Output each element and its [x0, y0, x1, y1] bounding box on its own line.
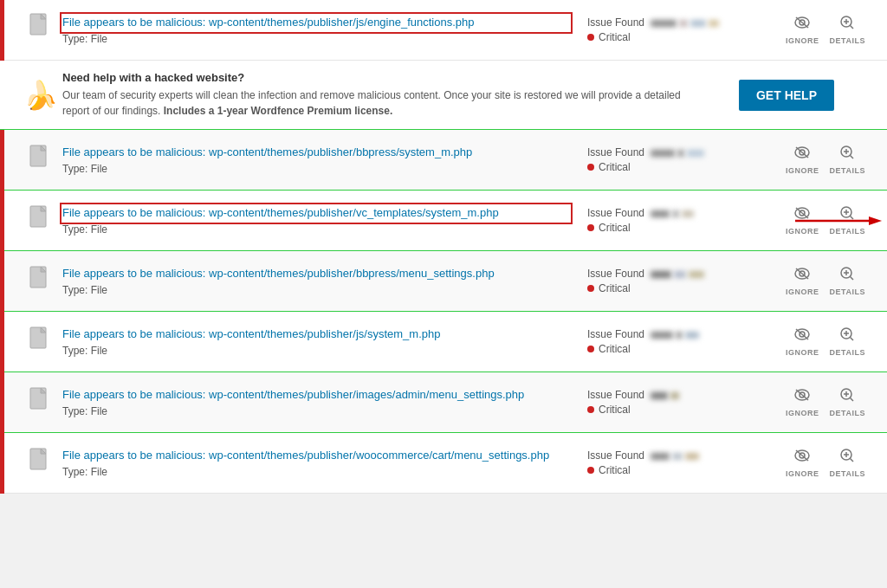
scan-row-4: File appears to be malicious: wp-content… [0, 251, 887, 312]
details-label-3: DETAILS [830, 227, 865, 236]
actions-col-3: IGNoRE DETAILS [778, 205, 873, 236]
details-button-1[interactable]: DETAILS [830, 15, 865, 45]
blur-bar-2b [677, 150, 684, 157]
ignore-icon-6 [793, 387, 811, 407]
scan-row-1: File appears to be malicious: wp-content… [0, 0, 887, 61]
file-type-5: Type: File [62, 345, 570, 357]
details-icon-1 [839, 15, 855, 35]
blur-bar-5a [651, 332, 673, 339]
file-icon-2 [29, 145, 53, 175]
file-icon-3 [29, 205, 53, 236]
file-icon-col-2 [19, 145, 62, 175]
file-info-col-4: File appears to be malicious: wp-content… [62, 266, 587, 295]
file-icon-4 [29, 266, 53, 296]
ignore-button-6[interactable]: IGNORE [786, 387, 819, 417]
blur-bar-1b [679, 20, 688, 27]
scan-row-3: File appears to be malicious: wp-content… [0, 191, 887, 251]
scan-row-wrapper-3: File appears to be malicious: wp-content… [0, 191, 887, 251]
details-icon-7 [839, 448, 855, 468]
file-path-6[interactable]: File appears to be malicious: wp-content… [62, 387, 570, 403]
file-icon-5 [29, 326, 53, 357]
svg-line-31 [851, 277, 854, 281]
ignore-button-3[interactable]: IGNoRE [786, 205, 819, 236]
details-label-7: DETAILS [830, 469, 865, 478]
details-button-3[interactable]: DETAILS [830, 205, 865, 236]
file-path-3[interactable]: File appears to be malicious: wp-content… [62, 205, 570, 221]
severity-row-2: Critical [587, 161, 769, 173]
ignore-button-2[interactable]: IGNORE [786, 145, 819, 175]
details-button-7[interactable]: DETAILS [830, 448, 865, 478]
banana-icon: 🍌 [23, 79, 58, 112]
action-row-7: IGNORE DETAILS [786, 448, 865, 478]
critical-dot-4 [587, 285, 594, 292]
file-icon-col-7 [19, 448, 62, 478]
details-icon-4 [839, 266, 855, 286]
help-info-col: Need help with a hacked website? Our tea… [62, 71, 700, 119]
file-path-7[interactable]: File appears to be malicious: wp-content… [62, 448, 570, 463]
details-icon-3 [839, 205, 855, 225]
svg-line-5 [851, 26, 854, 29]
issue-label-1: Issue Found [587, 16, 769, 29]
ignore-icon-1 [793, 15, 811, 35]
file-path-2[interactable]: File appears to be malicious: wp-content… [62, 145, 570, 160]
severity-row-1: Critical [587, 31, 769, 43]
file-type-1: Type: File [62, 33, 570, 45]
ignore-button-5[interactable]: IGNORE [786, 326, 819, 357]
svg-line-21 [851, 216, 854, 220]
file-type-7: Type: File [62, 466, 570, 478]
action-row-6: IGNORE DETAILS [786, 387, 865, 417]
file-type-3: Type: File [62, 223, 570, 236]
issue-col-7: Issue Found Critical [587, 449, 778, 476]
file-icon-7 [29, 448, 53, 478]
details-button-2[interactable]: DETAILS [830, 145, 865, 175]
file-path-4[interactable]: File appears to be malicious: wp-content… [62, 266, 570, 281]
ignore-label-7: IGNORE [786, 469, 819, 478]
blur-bar-7a [651, 453, 670, 460]
details-icon-2 [839, 145, 855, 165]
blur-bar-3c [682, 210, 694, 217]
blur-bar-7b [672, 453, 683, 460]
file-icon-col-4 [19, 266, 62, 296]
ignore-button-1[interactable]: IGNORE [786, 15, 819, 45]
main-container: File appears to be malicious: wp-content… [0, 0, 887, 494]
blur-bar-1c [690, 20, 706, 27]
ignore-button-4[interactable]: IGNORE [786, 266, 819, 296]
issue-label-3: Issue Found [587, 207, 769, 219]
details-icon-5 [839, 326, 855, 346]
blur-bar-2c [687, 150, 704, 157]
action-row-1: IGNORE DETAILS [786, 15, 865, 45]
issue-col-6: Issue Found Critical [587, 389, 778, 416]
ignore-button-7[interactable]: IGNORE [786, 448, 819, 478]
file-icon-1 [29, 13, 53, 47]
details-button-5[interactable]: DETAILS [830, 326, 865, 357]
ignore-label-1: IGNORE [786, 36, 819, 45]
action-row-5: IGNORE DETAILS [786, 326, 865, 357]
svg-line-55 [851, 459, 854, 462]
file-icon-col-1 [19, 13, 62, 47]
file-icon-col-5 [19, 326, 62, 357]
ignore-icon-3 [793, 205, 811, 225]
details-label-4: DETAILS [830, 288, 865, 296]
details-label-1: DETAILS [830, 36, 865, 45]
details-button-4[interactable]: DETAILS [830, 266, 865, 296]
blur-bar-1d [709, 20, 719, 27]
actions-col-4: IGNORE DETAILS [778, 266, 873, 296]
get-help-button[interactable]: GET HELP [739, 80, 834, 111]
file-info-col-2: File appears to be malicious: wp-content… [62, 145, 587, 174]
issue-label-2: Issue Found [587, 146, 769, 158]
file-info-col-1: File appears to be malicious: wp-content… [62, 15, 587, 44]
file-type-6: Type: File [62, 405, 570, 417]
scan-row-wrapper-6: File appears to be malicious: wp-content… [0, 372, 887, 433]
ignore-icon-5 [793, 326, 811, 346]
details-button-6[interactable]: DETAILS [830, 387, 865, 417]
file-path-1[interactable]: File appears to be malicious: wp-content… [62, 15, 570, 30]
ignore-label-6: IGNORE [786, 409, 819, 417]
scan-row-wrapper-4: File appears to be malicious: wp-content… [0, 251, 887, 312]
file-path-5[interactable]: File appears to be malicious: wp-content… [62, 326, 570, 342]
ignore-icon-4 [793, 266, 811, 286]
scan-row-5: File appears to be malicious: wp-content… [0, 312, 887, 372]
scan-row-wrapper-2: File appears to be malicious: wp-content… [0, 130, 887, 191]
scan-row-wrapper-7: File appears to be malicious: wp-content… [0, 433, 887, 494]
file-info-col-5: File appears to be malicious: wp-content… [62, 326, 587, 356]
scan-row-wrapper-5: File appears to be malicious: wp-content… [0, 312, 887, 372]
